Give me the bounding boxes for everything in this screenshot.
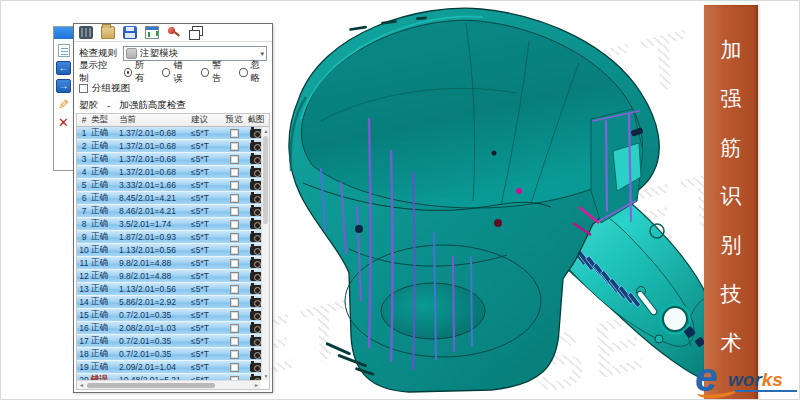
screenshot-camera-icon[interactable] <box>250 181 261 190</box>
group-view-checkbox[interactable] <box>79 84 88 93</box>
table-row[interactable]: 14正确5.86/2.01=2.92≤5*T <box>77 296 261 309</box>
screenshot-camera-icon[interactable] <box>250 194 261 203</box>
screenshot-camera-icon[interactable] <box>250 129 261 138</box>
scroll-up-arrow[interactable]: ▲ <box>262 127 270 135</box>
pin-icon[interactable] <box>167 26 181 39</box>
row-type: 正确 <box>91 322 119 334</box>
screenshot-camera-icon[interactable] <box>250 142 261 151</box>
table-row[interactable]: 5正确3.33/2.01=1.66≤5*T <box>77 179 261 192</box>
scroll-left-arrow[interactable]: ◂ <box>77 381 86 390</box>
table-row[interactable]: 4正确1.37/2.01=0.68≤5*T <box>77 166 261 179</box>
pencil-edit-button[interactable]: ✎ <box>57 97 71 112</box>
preview-checkbox[interactable] <box>230 337 239 346</box>
screenshot-camera-icon[interactable] <box>250 207 261 216</box>
preview-checkbox[interactable] <box>230 155 239 164</box>
save-icon[interactable] <box>123 26 137 39</box>
preview-checkbox[interactable] <box>230 350 239 359</box>
screenshot-camera-icon[interactable] <box>250 233 261 242</box>
screenshot-camera-icon[interactable] <box>250 259 261 268</box>
preview-checkbox[interactable] <box>230 285 239 294</box>
vertical-scroll-thumb[interactable] <box>263 136 268 224</box>
table-row[interactable]: 3正确1.37/2.01=0.68≤5*T <box>77 153 261 166</box>
mini-toolbar-header[interactable] <box>54 27 73 39</box>
cascade-windows-icon[interactable] <box>189 26 203 39</box>
radio-label: 警告 <box>212 59 229 85</box>
table-row[interactable]: 18正确0.7/2.01=0.35≤5*T <box>77 348 261 361</box>
preview-checkbox[interactable] <box>230 272 239 281</box>
row-suggest: ≤5*T <box>191 349 223 359</box>
scroll-down-arrow[interactable]: ▼ <box>262 372 270 380</box>
preview-checkbox[interactable] <box>230 259 239 268</box>
scroll-right-arrow[interactable]: ▸ <box>252 381 261 390</box>
nav-back-button[interactable]: ← <box>56 61 71 75</box>
table-row[interactable]: 12正确9.8/2.01=4.88≤5*T <box>77 270 261 283</box>
table-row[interactable]: 17正确0.7/2.01=0.35≤5*T <box>77 335 261 348</box>
radio-option-1[interactable]: 错误 <box>162 59 190 85</box>
row-suggest: ≤5*T <box>191 336 223 346</box>
delete-button[interactable]: ✕ <box>56 115 71 129</box>
preview-checkbox[interactable] <box>230 207 239 216</box>
open-folder-icon[interactable] <box>101 26 115 39</box>
screenshot-camera-icon[interactable] <box>250 155 261 164</box>
screenshot-camera-icon[interactable] <box>250 311 261 320</box>
preview-checkbox[interactable] <box>230 324 239 333</box>
table-row[interactable]: 7正确8.46/2.01=4.21≤5*T <box>77 205 261 218</box>
preview-checkbox[interactable] <box>230 129 239 138</box>
preview-checkbox[interactable] <box>230 194 239 203</box>
row-current: 9.8/2.01=4.88 <box>119 271 191 281</box>
mini-toolbar: ← → ✎ ✕ <box>53 26 74 171</box>
column-header[interactable]: # <box>77 115 91 125</box>
film-icon[interactable] <box>79 26 93 39</box>
table-row[interactable]: 10正确1.13/2.01=0.56≤5*T <box>77 244 261 257</box>
table-row[interactable]: 1正确1.37/2.01=0.68≤5*T <box>77 127 261 140</box>
radio-option-2[interactable]: 警告 <box>201 59 229 85</box>
preview-checkbox[interactable] <box>230 246 239 255</box>
table-row[interactable]: 13正确1.13/2.01=0.56≤5*T <box>77 283 261 296</box>
preview-checkbox[interactable] <box>230 363 239 372</box>
screenshot-camera-icon[interactable] <box>250 298 261 307</box>
horizontal-scrollbar[interactable]: ◂ ▸ <box>77 380 261 389</box>
cad-3d-viewport[interactable] <box>261 1 741 400</box>
screenshot-camera-icon[interactable] <box>250 363 261 372</box>
preview-checkbox[interactable] <box>230 311 239 320</box>
table-row[interactable]: 6正确8.45/2.01=4.21≤5*T <box>77 192 261 205</box>
preview-checkbox[interactable] <box>230 298 239 307</box>
inspection-panel: 检查规则 注塑模块 ▾ 显示控制 所有错误警告忽略 分组视图 塑胶 - 加强筋高… <box>73 23 273 393</box>
preview-checkbox[interactable] <box>230 233 239 242</box>
table-row[interactable]: 16正确2.08/2.01=1.03≤5*T <box>77 322 261 335</box>
screenshot-camera-icon[interactable] <box>250 285 261 294</box>
horizontal-scroll-thumb[interactable] <box>87 383 215 388</box>
vertical-scrollbar[interactable]: ▲ ▼ <box>261 127 269 380</box>
column-header[interactable]: 预览 <box>223 114 245 126</box>
table-row[interactable]: 8正确3.5/2.01=1.74≤5*T <box>77 218 261 231</box>
section-separator: - <box>107 100 110 111</box>
column-header[interactable]: 截图 <box>245 114 267 126</box>
edit-note-button[interactable] <box>56 43 71 57</box>
table-row[interactable]: 2正确1.37/2.01=0.68≤5*T <box>77 140 261 153</box>
handle-hole <box>663 307 687 331</box>
preview-checkbox[interactable] <box>230 220 239 229</box>
screenshot-camera-icon[interactable] <box>250 337 261 346</box>
preview-checkbox[interactable] <box>230 181 239 190</box>
nav-forward-button[interactable]: → <box>56 79 71 93</box>
table-row[interactable]: 19正确2.09/2.01=1.04≤5*T <box>77 361 261 374</box>
screenshot-camera-icon[interactable] <box>250 350 261 359</box>
table-row[interactable]: 15正确0.7/2.01=0.35≤5*T <box>77 309 261 322</box>
preview-checkbox[interactable] <box>230 168 239 177</box>
screenshot-camera-icon[interactable] <box>250 272 261 281</box>
column-header[interactable]: 建议 <box>191 114 223 126</box>
radio-option-3[interactable]: 忽略 <box>239 59 267 85</box>
screenshot-camera-icon[interactable] <box>250 220 261 229</box>
row-suggest: ≤5*T <box>191 167 223 177</box>
table-row[interactable]: 9正确1.87/2.01=0.93≤5*T <box>77 231 261 244</box>
table-row[interactable]: 11正确9.8/2.01=4.88≤5*T <box>77 257 261 270</box>
preview-checkbox[interactable] <box>230 142 239 151</box>
column-header[interactable]: 类型 <box>91 114 119 126</box>
radio-dot <box>162 68 170 77</box>
column-header[interactable]: 当前 <box>119 114 191 126</box>
report-chart-icon[interactable] <box>145 26 159 39</box>
screenshot-camera-icon[interactable] <box>250 246 261 255</box>
row-type: 正确 <box>91 270 119 282</box>
screenshot-camera-icon[interactable] <box>250 324 261 333</box>
screenshot-camera-icon[interactable] <box>250 168 261 177</box>
